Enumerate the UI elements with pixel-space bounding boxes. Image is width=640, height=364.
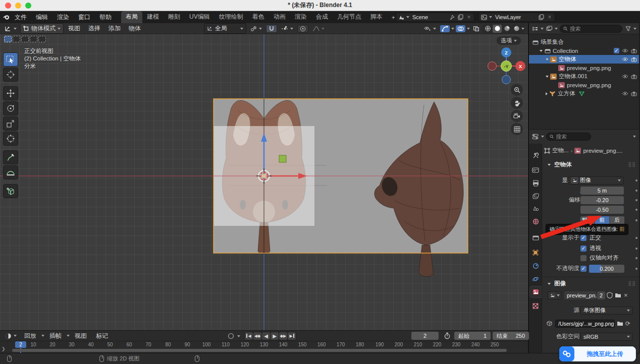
jump-to-start-button[interactable]: ◀: [245, 332, 253, 340]
close-window-button[interactable]: [5, 3, 11, 9]
open-folder-icon[interactable]: [615, 292, 621, 298]
outliner-row-scene-collection[interactable]: 场景集合: [529, 38, 639, 46]
tool-select-box[interactable]: [3, 52, 18, 67]
display-as-dropdown[interactable]: 图像: [568, 176, 624, 185]
frame-end-field[interactable]: 结束 250: [493, 332, 529, 340]
properties-editor-type-button[interactable]: [532, 133, 539, 140]
current-frame-field[interactable]: 2: [411, 332, 439, 340]
panel-drag-dots[interactable]: ⣿⣿: [628, 281, 636, 286]
outliner-label[interactable]: 场景集合: [541, 38, 564, 46]
new-scene-icon[interactable]: [457, 14, 464, 21]
image-panel-header[interactable]: 图像: [546, 280, 566, 287]
tab-animation[interactable]: 动画: [269, 11, 290, 23]
image-browse-button[interactable]: [547, 291, 562, 299]
panel-drag-dots[interactable]: ⣿⣿: [628, 162, 636, 167]
tool-rotate[interactable]: [3, 101, 18, 115]
outliner-search-box[interactable]: [560, 25, 622, 33]
outliner-row-image-data[interactable]: preview_png.png: [529, 81, 639, 89]
camera-visibility-icon[interactable]: [631, 74, 637, 79]
use-preview-range-icon[interactable]: [444, 332, 451, 339]
eye-icon[interactable]: [622, 57, 628, 62]
tab-uv-editing[interactable]: UV编辑: [185, 11, 215, 23]
offset-y-field[interactable]: -0.50: [580, 206, 624, 214]
collapse-icon[interactable]: [546, 58, 549, 60]
image-name-field[interactable]: preview_pn...: [564, 291, 597, 299]
outliner-row-image-data[interactable]: preview_png.png: [529, 64, 639, 72]
camera-visibility-icon[interactable]: [631, 57, 637, 62]
timeline-scrollbar[interactable]: [12, 349, 507, 352]
animate-dot[interactable]: [635, 248, 637, 250]
jump-to-end-button[interactable]: ▶: [288, 332, 296, 340]
outliner-label[interactable]: preview_png.png: [567, 65, 611, 71]
blender-logo-icon[interactable]: [3, 14, 10, 21]
prev-keyframe-button[interactable]: ◀◆: [253, 332, 261, 340]
tab-tool[interactable]: [530, 150, 541, 161]
depth-default-button[interactable]: 默认: [580, 216, 595, 224]
zoom-button[interactable]: [511, 84, 523, 96]
collapse-icon[interactable]: [546, 76, 549, 78]
camera-visibility-icon[interactable]: [631, 91, 637, 96]
tab-modeling[interactable]: 建模: [142, 11, 164, 23]
outliner-label[interactable]: preview_png.png: [567, 82, 611, 88]
shading-dropdown-icon[interactable]: [521, 28, 524, 30]
camera-view-button[interactable]: [511, 110, 523, 122]
window-controls[interactable]: [5, 3, 31, 9]
menu-add[interactable]: 添加: [105, 23, 124, 34]
opacity-slider[interactable]: 0.200: [589, 265, 624, 273]
next-keyframe-button[interactable]: ◆▶: [279, 332, 287, 340]
timeline-ruler[interactable]: 2 10 20 30 40 50 60 70 80 90 100 110 120…: [0, 341, 528, 349]
tab-scripting[interactable]: 脚本: [366, 11, 387, 23]
menu-object[interactable]: 物体: [125, 23, 144, 34]
tool-add-cube[interactable]: [3, 184, 18, 198]
new-viewlayer-icon[interactable]: [538, 14, 545, 21]
animate-dot[interactable]: [635, 179, 637, 181]
eye-icon[interactable]: [622, 91, 628, 96]
scene-selector[interactable]: Scene ×: [396, 13, 474, 22]
animate-dot[interactable]: [635, 268, 637, 270]
reload-image-icon[interactable]: ⟳: [625, 320, 630, 327]
3d-viewport[interactable]: 正交前视图 (2) Collection | 空物体 分米: [0, 34, 528, 330]
tab-shading[interactable]: 着色: [248, 11, 269, 23]
auto-keying-toggle[interactable]: [227, 332, 235, 340]
shading-wireframe-button[interactable]: [483, 25, 492, 33]
tool-move[interactable]: [3, 86, 18, 100]
tool-measure[interactable]: [3, 165, 18, 179]
outliner-label[interactable]: Collection: [553, 48, 578, 54]
viewlayer-selector[interactable]: ViewLayer ×: [478, 13, 555, 22]
remove-viewlayer-icon[interactable]: ×: [546, 14, 553, 21]
mode-selector[interactable]: 物体模式: [20, 23, 64, 34]
scene-name[interactable]: Scene: [411, 14, 447, 20]
image-users-count[interactable]: 2: [597, 291, 605, 299]
proportional-falloff-selector[interactable]: [310, 25, 327, 32]
panel-expand-icon[interactable]: ❯: [2, 346, 6, 351]
tool-scale[interactable]: [3, 116, 18, 131]
menu-view-timeline[interactable]: 视图: [71, 331, 91, 341]
colorspace-dropdown[interactable]: sRGB: [580, 333, 633, 341]
menu-marker[interactable]: 标记: [92, 331, 112, 341]
animate-dot[interactable]: [635, 190, 637, 192]
browse-file-folder-icon[interactable]: [617, 321, 623, 326]
outliner-search-input[interactable]: [570, 26, 619, 32]
menu-keying[interactable]: 插帧: [45, 331, 66, 341]
maximize-window-button[interactable]: [25, 3, 31, 9]
outliner-row-empty-001[interactable]: 空物体.001: [529, 72, 639, 81]
show-object-types-selector[interactable]: [421, 25, 439, 32]
animate-dot[interactable]: [635, 237, 637, 239]
tool-transform[interactable]: [3, 132, 18, 146]
eye-icon[interactable]: [622, 74, 628, 79]
menu-render[interactable]: 渲染: [52, 12, 74, 23]
tab-render[interactable]: [530, 164, 541, 175]
menu-view[interactable]: 视图: [65, 23, 84, 34]
fake-user-shield-icon[interactable]: [607, 292, 613, 298]
animate-dot[interactable]: [635, 219, 637, 221]
tab-texture-paint[interactable]: 纹理绘制: [215, 11, 248, 23]
options-button[interactable]: 选项: [497, 36, 521, 45]
tab-sculpting[interactable]: 雕刻: [164, 11, 185, 23]
unlink-scene-icon[interactable]: ×: [465, 14, 472, 21]
properties-search-box[interactable]: [546, 133, 591, 141]
outliner-filter-icon[interactable]: [624, 25, 631, 32]
shading-material-button[interactable]: [502, 25, 511, 33]
upload-drop-button[interactable]: 拖拽至此上传: [559, 346, 636, 361]
tab-compositing[interactable]: 合成: [311, 11, 333, 23]
filepath-field[interactable]: /Users/gjq/...w_png.png: [555, 320, 615, 328]
